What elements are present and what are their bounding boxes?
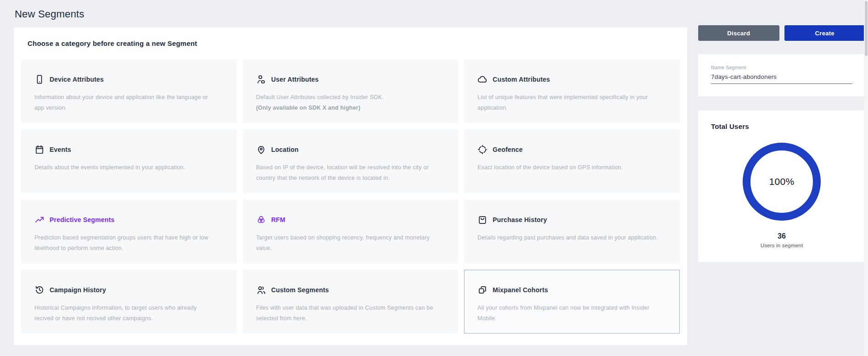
name-segment-label: Name Segment xyxy=(711,65,852,70)
main-content: New Segments Choose a category before cr… xyxy=(14,7,687,356)
overlapping-squares-icon xyxy=(477,285,487,295)
category-panel: Choose a category before creating a new … xyxy=(14,28,687,345)
category-description: Details regarding past purchases and dat… xyxy=(477,233,659,243)
scrollbar[interactable] xyxy=(864,0,868,356)
user-badge-icon xyxy=(256,74,266,84)
create-button[interactable]: Create xyxy=(784,25,866,41)
category-description: Exact location of the device based on GP… xyxy=(477,162,659,173)
sidebar: Discard Create Name Segment Total Users … xyxy=(698,7,865,356)
category-card-events[interactable]: Events Details about the events implemen… xyxy=(21,129,237,193)
category-description: Prediction based segmentation groups use… xyxy=(34,233,216,254)
total-users-donut-chart: 100% xyxy=(743,143,821,221)
panel-heading: Choose a category before creating a new … xyxy=(28,39,680,47)
users-icon xyxy=(256,285,266,295)
category-card-campaign-history[interactable]: Campaign History Historical Campaigns in… xyxy=(21,270,237,334)
calendar-icon xyxy=(34,145,45,155)
map-pin-icon xyxy=(256,145,266,155)
category-card-device-attributes[interactable]: Device Attributes Information about your… xyxy=(21,59,237,123)
category-title: Location xyxy=(271,146,299,153)
discard-button[interactable]: Discard xyxy=(698,25,779,41)
category-description: Default User Attributes collected by Ins… xyxy=(256,92,437,113)
name-segment-input[interactable] xyxy=(711,73,852,84)
category-title: Custom Attributes xyxy=(493,76,550,83)
category-title: Predictive Segments xyxy=(50,216,115,223)
category-grid: Device Attributes Information about your… xyxy=(21,59,680,334)
category-card-predictive-segments[interactable]: Predictive Segments Prediction based seg… xyxy=(21,200,237,263)
name-segment-card: Name Segment xyxy=(698,54,865,96)
category-description: All your cohorts from Mixpanel can now b… xyxy=(477,303,659,324)
geofence-crosshair-icon xyxy=(477,145,487,155)
mobile-icon xyxy=(34,74,45,84)
scrollbar-thumb[interactable] xyxy=(865,1,868,56)
category-description: Based on IP of the device, location will… xyxy=(256,162,437,184)
trending-up-icon xyxy=(34,215,45,225)
category-title: Custom Segments xyxy=(271,286,329,294)
category-description: Files with user data that was uploaded i… xyxy=(256,303,437,324)
category-title: User Attributes xyxy=(271,76,319,83)
category-title: Campaign History xyxy=(50,286,106,294)
page: New Segments Choose a category before cr… xyxy=(0,0,868,356)
category-title: Geofence xyxy=(493,146,522,153)
category-description: Information about your device and applic… xyxy=(34,92,216,113)
users-in-segment-count: 36 xyxy=(711,232,852,240)
category-description: Target users based on shopping recency, … xyxy=(256,233,437,254)
total-users-card: Total Users 100% 36 Users in segment xyxy=(698,111,865,262)
cloud-icon xyxy=(477,74,487,84)
category-description: Historical Campaigns information, to tar… xyxy=(34,303,216,324)
category-title: RFM xyxy=(271,216,286,223)
page-title: New Segments xyxy=(15,8,687,20)
category-description: List of unique features that were implem… xyxy=(477,92,659,113)
category-description: Details about the events implemented in … xyxy=(34,162,216,173)
category-title: Mixpanel Cohorts xyxy=(493,286,548,294)
category-title: Events xyxy=(50,146,71,153)
category-card-rfm[interactable]: RFM Target users based on shopping recen… xyxy=(243,200,459,263)
total-users-title: Total Users xyxy=(711,122,852,130)
category-card-custom-segments[interactable]: Custom Segments Files with user data tha… xyxy=(243,270,459,334)
venn-circles-icon xyxy=(256,215,266,225)
category-title: Device Attributes xyxy=(50,76,104,83)
category-card-geofence[interactable]: Geofence Exact location of the device ba… xyxy=(464,129,680,193)
users-in-segment-caption: Users in segment xyxy=(711,243,852,248)
history-clock-icon xyxy=(34,285,45,295)
category-card-mixpanel-cohorts[interactable]: Mixpanel Cohorts All your cohorts from M… xyxy=(464,270,680,334)
category-card-location[interactable]: Location Based on IP of the device, loca… xyxy=(243,129,459,193)
donut-percent-label: 100% xyxy=(769,176,795,187)
category-card-custom-attributes[interactable]: Custom Attributes List of unique feature… xyxy=(464,59,680,123)
category-title: Purchase History xyxy=(493,216,547,223)
category-card-purchase-history[interactable]: Purchase History Details regarding past … xyxy=(464,200,680,263)
action-buttons: Discard Create xyxy=(698,25,865,41)
category-card-user-attributes[interactable]: User Attributes Default User Attributes … xyxy=(243,59,459,123)
shopping-bag-icon xyxy=(477,215,487,225)
